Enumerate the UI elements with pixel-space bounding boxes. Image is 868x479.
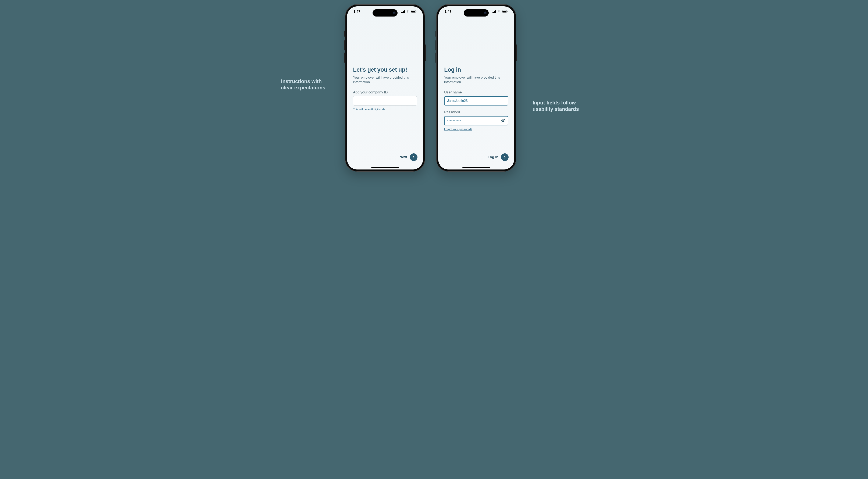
camera-icon — [484, 12, 487, 14]
home-indicator — [371, 167, 399, 168]
camera-icon — [393, 12, 396, 14]
annotation-right: Input fields follow usability standards — [532, 100, 579, 112]
username-input[interactable] — [444, 96, 508, 105]
svg-rect-2 — [416, 11, 416, 12]
company-id-input[interactable] — [353, 96, 417, 105]
login-button-label: Log In — [488, 155, 498, 159]
next-button-label: Next — [399, 155, 407, 159]
status-time: 1:47 — [444, 10, 452, 13]
password-label: Password — [444, 110, 508, 115]
next-button[interactable]: Next — [399, 153, 417, 161]
wifi-icon — [406, 10, 410, 13]
status-time: 1:47 — [353, 10, 360, 13]
company-id-label: Add your company ID — [353, 90, 417, 95]
password-input[interactable] — [444, 116, 508, 125]
phone-mockup-setup: 1:47 Let's get you set up! Your employer… — [345, 4, 425, 171]
forgot-password-link[interactable]: Forgot your password? — [444, 128, 472, 131]
battery-icon — [502, 10, 508, 13]
page-title: Let's get you set up! — [353, 66, 417, 73]
page-subtitle: Your employer will have provided this in… — [353, 75, 417, 84]
home-indicator — [462, 167, 490, 168]
cellular-icon — [493, 10, 496, 13]
dynamic-island — [464, 9, 489, 17]
chevron-right-icon — [501, 153, 508, 161]
svg-rect-4 — [502, 10, 506, 12]
page-title: Log in — [444, 66, 508, 73]
annotation-text: clear expectations — [281, 85, 325, 91]
dynamic-island — [373, 9, 398, 17]
wifi-icon — [497, 10, 501, 13]
username-label: User name — [444, 90, 508, 95]
annotation-text: Input fields follow — [532, 100, 579, 106]
battery-icon — [411, 10, 416, 13]
annotation-text: usability standards — [532, 106, 579, 112]
page-subtitle: Your employer will have provided this in… — [444, 75, 508, 84]
chevron-right-icon — [410, 153, 417, 161]
svg-rect-1 — [411, 10, 415, 12]
eye-off-icon[interactable] — [501, 118, 506, 124]
company-id-hint: This will be an 8 digit code — [353, 107, 417, 111]
annotation-text: Instructions with — [281, 78, 325, 85]
phone-mockup-login: 1:47 Log in Your employer will have prov… — [436, 4, 516, 171]
login-button[interactable]: Log In — [488, 153, 508, 161]
svg-rect-5 — [507, 11, 507, 12]
cellular-icon — [401, 10, 405, 13]
annotation-left: Instructions with clear expectations — [281, 78, 325, 91]
